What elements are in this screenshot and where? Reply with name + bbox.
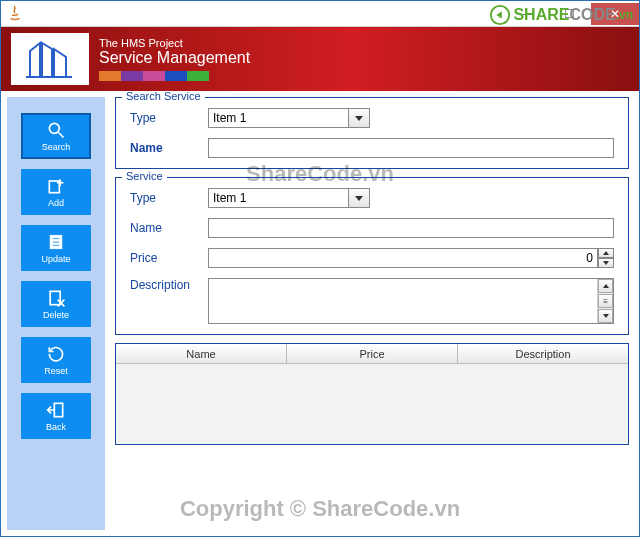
table-body [116, 364, 628, 444]
main-panel: Search Service Type Name ShareCode.vn Se… [105, 91, 639, 536]
textarea-scrollbar[interactable] [597, 279, 613, 323]
spin-up-icon[interactable] [598, 248, 614, 258]
sidebar: Search Add Update Delete Reset Back [7, 97, 105, 530]
search-name-input[interactable] [208, 138, 614, 158]
search-type-combo[interactable] [208, 108, 348, 128]
th-name[interactable]: Name [116, 344, 287, 363]
scroll-thumb-icon[interactable] [598, 294, 613, 308]
sidebar-item-back[interactable]: Back [21, 393, 91, 439]
search-service-group: Search Service Type Name [115, 97, 629, 169]
service-desc-label: Description [130, 278, 208, 292]
app-logo [11, 33, 89, 85]
sidebar-label: Update [41, 254, 70, 264]
service-price-input[interactable] [208, 248, 598, 268]
back-icon [46, 400, 66, 420]
service-name-input[interactable] [208, 218, 614, 238]
th-price[interactable]: Price [287, 344, 458, 363]
sidebar-label: Search [42, 142, 71, 152]
content-area: Search Add Update Delete Reset Back [1, 91, 639, 536]
svg-line-3 [59, 133, 64, 138]
service-group: Service Type Name Price [115, 177, 629, 335]
spin-down-icon[interactable] [598, 258, 614, 268]
service-table: Name Price Description [115, 343, 629, 445]
update-icon [46, 232, 66, 252]
app-header: The HMS Project Service Management [1, 27, 639, 91]
sidebar-item-add[interactable]: Add [21, 169, 91, 215]
reset-icon [46, 344, 66, 364]
sidebar-item-reset[interactable]: Reset [21, 337, 91, 383]
app-window: ─ ☐ ✕ SHARECODE.vn The HMS Project Servi… [0, 0, 640, 537]
search-icon [46, 120, 66, 140]
service-legend: Service [122, 170, 167, 182]
color-swatches [99, 71, 209, 81]
table-header: Name Price Description [116, 344, 628, 364]
service-type-combo[interactable] [208, 188, 348, 208]
search-legend: Search Service [122, 91, 205, 102]
header-title: Service Management [99, 49, 250, 67]
service-desc-textarea[interactable] [209, 279, 597, 323]
search-name-label: Name [130, 141, 208, 155]
chevron-down-icon[interactable] [348, 108, 370, 128]
chevron-down-icon[interactable] [348, 188, 370, 208]
header-subtitle: The HMS Project [99, 37, 250, 49]
add-icon [46, 176, 66, 196]
th-description[interactable]: Description [458, 344, 628, 363]
sidebar-label: Reset [44, 366, 68, 376]
svg-point-2 [49, 123, 59, 133]
sidebar-label: Add [48, 198, 64, 208]
scroll-down-icon[interactable] [598, 309, 613, 323]
service-name-label: Name [130, 221, 208, 235]
svg-rect-11 [50, 291, 60, 304]
sidebar-item-search[interactable]: Search [21, 113, 91, 159]
service-type-label: Type [130, 191, 208, 205]
sidebar-label: Delete [43, 310, 69, 320]
sidebar-label: Back [46, 422, 66, 432]
search-type-label: Type [130, 111, 208, 125]
sharecode-badge: SHARECODE.vn [489, 4, 633, 26]
sidebar-item-update[interactable]: Update [21, 225, 91, 271]
java-icon [5, 4, 25, 24]
sidebar-item-delete[interactable]: Delete [21, 281, 91, 327]
delete-icon [46, 288, 66, 308]
scroll-up-icon[interactable] [598, 279, 613, 293]
service-price-label: Price [130, 251, 208, 265]
svg-rect-14 [54, 403, 62, 416]
